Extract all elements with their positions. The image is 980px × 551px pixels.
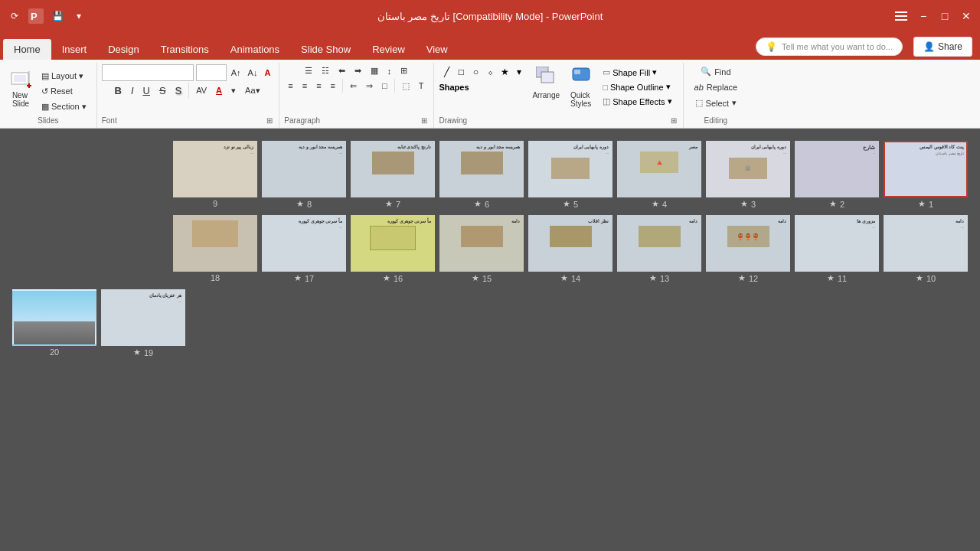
slide-thumb-20[interactable] bbox=[12, 289, 96, 346]
slide-thumb-3[interactable]: دوره پابهایی ایران ··· 🏛 bbox=[706, 141, 790, 197]
shape-effects-button[interactable]: ◫ Shape Effects ▾ bbox=[598, 95, 676, 108]
numbering-button[interactable]: ☷ bbox=[318, 64, 333, 77]
slide-item-1[interactable]: پنت کاد الاقوس الیمس تاریخ مصر باستان ★ … bbox=[884, 141, 968, 209]
italic-button[interactable]: I bbox=[127, 83, 138, 98]
quick-save-icon[interactable]: 💾 bbox=[49, 8, 66, 24]
slide-item-14[interactable]: نظر اقلاب ★ 14 bbox=[528, 215, 612, 283]
shape-fill-button[interactable]: ▭ Shape Fill ▾ bbox=[598, 66, 676, 79]
slide-thumb-9[interactable]: زبالی پیر نو نزد ··· bbox=[173, 141, 257, 197]
undo-icon[interactable]: ⟳ bbox=[6, 8, 23, 24]
slide-thumb-12[interactable]: دامه 🏺🏺🏺 bbox=[706, 215, 790, 272]
ribbon-display-icon[interactable] bbox=[893, 8, 910, 24]
slide-item-4[interactable]: مصر 🔺 ★ 4 bbox=[617, 141, 701, 209]
slide-thumb-18[interactable] bbox=[173, 215, 257, 272]
text-direction-ltr-btn[interactable]: ⇐ bbox=[346, 80, 361, 93]
clear-format-btn[interactable]: A bbox=[262, 67, 273, 79]
text-shadow-para-btn[interactable]: T bbox=[415, 80, 428, 92]
bullets-button[interactable]: ☰ bbox=[301, 64, 316, 77]
slide-thumb-1[interactable]: پنت کاد الاقوس الیمس تاریخ مصر باستان bbox=[884, 141, 968, 197]
justify-btn[interactable]: ≡ bbox=[327, 80, 339, 92]
replace-button[interactable]: ab Replace bbox=[688, 80, 744, 94]
align-right-btn[interactable]: ≡ bbox=[312, 80, 325, 92]
slide-item-17[interactable]: مأ سرنی جوهری کپوره ··· ★ 17 bbox=[262, 215, 346, 283]
slide-thumb-16[interactable]: مأ سرنی جوهری کپوره bbox=[351, 215, 435, 272]
slide-item-18[interactable]: 18 bbox=[173, 215, 257, 283]
slide-thumb-10[interactable]: دامه ··· bbox=[884, 215, 968, 272]
line-spacing-btn[interactable]: ↕ bbox=[384, 65, 396, 77]
slide-thumb-15[interactable]: دامه bbox=[439, 215, 524, 272]
slide-item-11[interactable]: مزوری ها ··· ★ 11 bbox=[795, 215, 879, 283]
slide-item-20[interactable]: 20 bbox=[12, 289, 96, 357]
slide-item-5[interactable]: دوره پابهایی ایران ··· ★ 5 bbox=[528, 141, 612, 209]
shadow-button[interactable]: S bbox=[172, 83, 186, 98]
slide-thumb-19[interactable]: هر عثریان یادمان ··· bbox=[101, 289, 185, 346]
change-case-btn[interactable]: Aa▾ bbox=[241, 84, 263, 97]
shapes-more-btn[interactable]: ▾ bbox=[511, 64, 527, 80]
underline-button[interactable]: U bbox=[139, 83, 154, 98]
slide-item-3[interactable]: دوره پابهایی ایران ··· 🏛 ★ 3 bbox=[706, 141, 790, 209]
font-color-dropdown[interactable]: ▾ bbox=[227, 84, 240, 97]
tab-slideshow[interactable]: Slide Show bbox=[290, 39, 361, 60]
slide-item-7[interactable]: نارنج پاکندی ثنایه ★ 7 bbox=[351, 141, 435, 209]
slide-item-10[interactable]: دامه ··· ★ 10 bbox=[884, 215, 968, 283]
slide-thumb-8[interactable]: همریسه مجد ابور و دیه ··· bbox=[262, 141, 346, 197]
decrease-font-btn[interactable]: A↓ bbox=[246, 67, 260, 79]
text-direction-rtl-btn[interactable]: ⇒ bbox=[362, 80, 377, 93]
add-remove-column-btn[interactable]: ⊞ bbox=[397, 64, 411, 77]
slide-item-13[interactable]: دامه ★ 13 bbox=[617, 215, 701, 283]
maximize-button[interactable]: □ bbox=[937, 8, 952, 24]
font-name-input[interactable] bbox=[102, 64, 194, 81]
smart-art-btn[interactable]: ⬚ bbox=[398, 80, 413, 93]
slide-item-8[interactable]: همریسه مجد ابور و دیه ··· ★ 8 bbox=[262, 141, 346, 209]
font-expand-icon[interactable]: ⊞ bbox=[266, 116, 273, 125]
new-slide-button[interactable]: NewSlide bbox=[6, 69, 35, 110]
slide-thumb-5[interactable]: دوره پابهایی ایران ··· bbox=[528, 141, 612, 197]
slide-thumb-14[interactable]: نظر اقلاب bbox=[528, 215, 612, 272]
reset-button[interactable]: ↺ Reset bbox=[38, 85, 90, 98]
slide-item-12[interactable]: دامه 🏺🏺🏺 ★ 12 bbox=[706, 215, 790, 283]
select-button[interactable]: ⬚ Select ▾ bbox=[689, 96, 743, 110]
shape-rect-btn[interactable]: □ bbox=[453, 64, 469, 80]
tab-transitions[interactable]: Transitions bbox=[150, 39, 220, 60]
increase-indent-btn[interactable]: ➡ bbox=[351, 64, 365, 77]
tab-animations[interactable]: Animations bbox=[220, 39, 290, 60]
slides-panel[interactable]: پنت کاد الاقوس الیمس تاریخ مصر باستان ★ … bbox=[0, 129, 980, 551]
find-button[interactable]: 🔍 Find bbox=[694, 64, 737, 79]
font-color-btn[interactable]: A bbox=[212, 84, 226, 96]
tab-home[interactable]: Home bbox=[3, 39, 51, 60]
tab-review[interactable]: Review bbox=[361, 39, 416, 60]
slide-thumb-6[interactable]: همریسه مجد ابور و دیه bbox=[439, 141, 524, 197]
strikethrough-button[interactable]: S bbox=[155, 83, 170, 98]
tell-me-input[interactable]: 💡 Tell me what you want to do... bbox=[756, 37, 903, 56]
slide-item-9[interactable]: زبالی پیر نو نزد ··· 9 bbox=[173, 141, 257, 209]
slide-thumb-2[interactable]: شارح ··· bbox=[795, 141, 879, 197]
close-button[interactable]: ✕ bbox=[959, 8, 974, 24]
increase-font-btn[interactable]: A↑ bbox=[229, 67, 243, 79]
shape-line-btn[interactable]: ╱ bbox=[439, 64, 454, 80]
share-button[interactable]: 👤 Share bbox=[913, 37, 972, 57]
tab-view[interactable]: View bbox=[416, 39, 459, 60]
slide-item-15[interactable]: دامه ★ 15 bbox=[439, 215, 524, 283]
text-box-btn[interactable]: □ bbox=[378, 80, 391, 92]
shape-circle-btn[interactable]: ○ bbox=[468, 64, 483, 80]
slide-thumb-13[interactable]: دامه bbox=[617, 215, 701, 272]
shape-star-btn[interactable]: ★ bbox=[497, 64, 512, 80]
tab-insert[interactable]: Insert bbox=[51, 39, 98, 60]
slide-item-6[interactable]: همریسه مجد ابور و دیه ★ 6 bbox=[439, 141, 524, 209]
slide-item-19[interactable]: هر عثریان یادمان ··· ★ 19 bbox=[101, 289, 185, 357]
layout-button[interactable]: ▤ Layout ▾ bbox=[38, 70, 90, 83]
slide-item-16[interactable]: مأ سرنی جوهری کپوره ★ 16 bbox=[351, 215, 435, 283]
font-size-input[interactable] bbox=[196, 64, 227, 81]
align-left-btn[interactable]: ≡ bbox=[284, 80, 296, 92]
arrange-button[interactable]: Arrange bbox=[528, 64, 564, 102]
minimize-button[interactable]: − bbox=[916, 8, 931, 24]
columns-btn[interactable]: ▦ bbox=[367, 64, 382, 77]
quick-styles-button[interactable]: QuickStyles bbox=[567, 64, 595, 110]
slide-thumb-7[interactable]: نارنج پاکندی ثنایه bbox=[351, 141, 435, 197]
slide-thumb-17[interactable]: مأ سرنی جوهری کپوره ··· bbox=[262, 215, 346, 272]
decrease-indent-btn[interactable]: ⬅ bbox=[335, 64, 349, 77]
align-center-btn[interactable]: ≡ bbox=[299, 80, 311, 92]
section-button[interactable]: ▦ Section ▾ bbox=[38, 100, 90, 113]
tab-design[interactable]: Design bbox=[97, 39, 149, 60]
char-spacing-btn[interactable]: AV bbox=[192, 84, 211, 96]
